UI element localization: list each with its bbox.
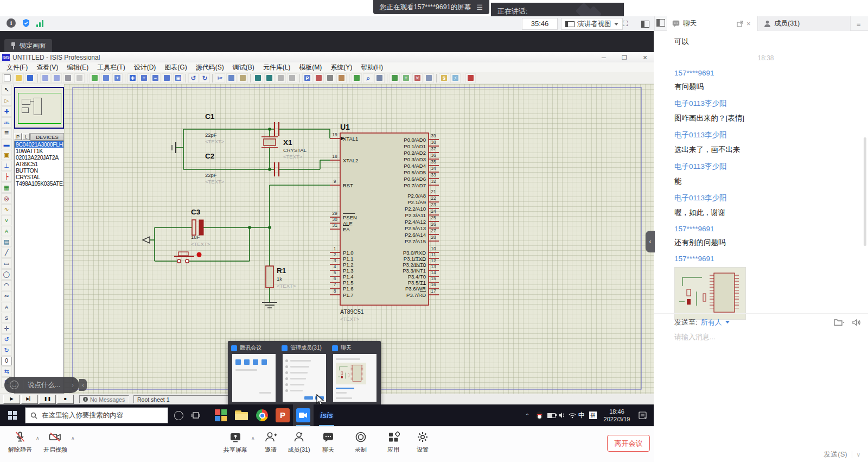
menu-item-8[interactable]: 元件库(L): [259, 62, 295, 72]
quick-chat-placeholder[interactable]: 说点什么...: [28, 381, 67, 390]
menu-item-9[interactable]: 模板(M): [295, 62, 326, 72]
current-probe-icon[interactable]: A: [1, 226, 12, 236]
chat-collapse-handle[interactable]: ‹: [646, 231, 655, 252]
mirror-h-icon[interactable]: ⇆: [1, 366, 12, 377]
send-to-selector[interactable]: 所有人: [701, 318, 722, 327]
pick-device-icon[interactable]: P: [302, 73, 312, 83]
taskbar-search-input[interactable]: 在这里输入你要搜索的内容: [25, 407, 168, 423]
pan-icon[interactable]: ✚: [127, 73, 138, 83]
view-mode-selector[interactable]: 演讲者视图: [561, 18, 623, 30]
2d-text-icon[interactable]: A: [1, 302, 12, 312]
block-delete-icon[interactable]: [287, 73, 297, 83]
cortana-icon[interactable]: [171, 404, 186, 426]
terminal-icon[interactable]: ⊥: [1, 161, 12, 171]
action-center-icon[interactable]: [636, 404, 649, 426]
2d-symbol-icon[interactable]: S: [1, 313, 12, 323]
emoji-icon[interactable]: ◡: [10, 381, 18, 389]
device-list-item[interactable]: BUTTON: [15, 167, 63, 174]
security-shield-icon[interactable]: [22, 18, 30, 30]
device-list-item[interactable]: T498A105K035ATE10K: [15, 180, 63, 187]
isis-minimize-button[interactable]: ─: [597, 54, 611, 61]
chat-message-list[interactable]: 可以18:38157****9691有问题吗电子0113李少阳图咋画出来的？[表…: [654, 31, 868, 327]
rotate-cw-icon[interactable]: ↻: [1, 345, 12, 356]
menu-item-3[interactable]: 工具栏(T): [93, 62, 129, 72]
redo-icon[interactable]: ↻: [200, 73, 210, 83]
remove-sheet-icon[interactable]: ✕: [412, 73, 423, 83]
view-menu-icon[interactable]: ☰: [476, 3, 483, 11]
send-options-chevron[interactable]: ∨: [857, 452, 860, 458]
cut-icon[interactable]: ✂: [215, 73, 225, 83]
electrical-check-icon[interactable]: ⚡: [450, 73, 461, 83]
netlist-to-ares-icon[interactable]: [465, 73, 476, 83]
meeting-control-开启视频[interactable]: 开启视频: [40, 430, 71, 454]
schematic-overview-minimap[interactable]: [14, 87, 64, 129]
isis-titlebar[interactable]: ISIS UNTITLED - ISIS Professional ─ ❐ ✕: [0, 52, 654, 63]
fullscreen-icon[interactable]: ⛶: [623, 21, 630, 27]
new-sheet-icon[interactable]: +: [401, 73, 411, 83]
menu-item-6[interactable]: 源代码(S): [192, 62, 228, 72]
file-attach-icon[interactable]: [834, 318, 845, 326]
pick-devices-button[interactable]: P: [14, 133, 22, 140]
close-tab-icon[interactable]: ×: [746, 20, 751, 28]
colored-tiles-app-icon[interactable]: [212, 404, 230, 426]
junction-dot-icon[interactable]: ✚: [1, 106, 12, 117]
open-file-icon[interactable]: [14, 73, 24, 83]
block-copy-icon[interactable]: [253, 73, 263, 83]
chat-image-thumbnail[interactable]: [674, 267, 746, 320]
selection-arrow-icon[interactable]: ↖: [1, 85, 12, 95]
tape-recorder-icon[interactable]: ◎: [1, 193, 12, 204]
send-button[interactable]: 发送(S): [824, 450, 847, 459]
quick-chat-bubble[interactable]: ◡ 说点什么... ›: [4, 377, 79, 393]
battery-icon[interactable]: [546, 404, 557, 426]
isis-taskbar-icon[interactable]: isis: [316, 404, 337, 426]
chat-scrollbar[interactable]: [864, 137, 866, 246]
print-icon[interactable]: [63, 73, 73, 83]
zoom-in-icon[interactable]: +: [139, 73, 149, 83]
chat-input[interactable]: 请输入消息...: [674, 332, 716, 342]
tab-members[interactable]: 成员(31): [758, 16, 851, 31]
text-script-icon[interactable]: ≣: [1, 128, 12, 138]
zoom-out-icon[interactable]: −: [150, 73, 161, 83]
design-explorer-icon[interactable]: [390, 73, 400, 83]
isis-close-button[interactable]: ✕: [638, 54, 652, 61]
wire-label-icon[interactable]: LBL: [1, 117, 12, 128]
make-device-icon[interactable]: [314, 73, 324, 83]
popout-icon[interactable]: [737, 21, 743, 27]
device-list-item[interactable]: 9C04021A3000FLHF3: [15, 141, 63, 148]
meeting-control-共享屏幕[interactable]: 共享屏幕: [220, 430, 251, 454]
paste-icon[interactable]: [238, 73, 248, 83]
menu-item-5[interactable]: 图表(G): [160, 62, 191, 72]
export-section-icon[interactable]: [52, 73, 62, 83]
2d-arc-icon[interactable]: ◠: [1, 280, 12, 290]
task-view-icon[interactable]: [189, 404, 203, 426]
search-tag-icon[interactable]: ⌕: [363, 73, 373, 83]
tray-expand-icon[interactable]: ⌃: [522, 404, 533, 426]
panel-toggle-icon[interactable]: [656, 19, 665, 27]
menu-item-2[interactable]: 编辑(E): [62, 62, 93, 72]
window-preview-2[interactable]: 聊天: [332, 343, 379, 403]
virtual-instrument-icon[interactable]: ▤: [1, 237, 12, 247]
graph-icon[interactable]: ▦: [1, 182, 12, 193]
generator-icon[interactable]: ∿: [1, 204, 12, 214]
menu-item-11[interactable]: 帮助(H): [356, 62, 387, 72]
menu-item-4[interactable]: 设计(D): [130, 62, 161, 72]
zoom-all-icon[interactable]: [162, 73, 172, 83]
pause-button[interactable]: ❚❚: [39, 395, 56, 404]
step-button[interactable]: ▶▏: [21, 395, 38, 404]
tencent-meeting-icon[interactable]: [293, 404, 314, 426]
volume-icon[interactable]: [557, 404, 567, 426]
device-pin-icon[interactable]: ┝: [1, 172, 12, 182]
2d-circle-icon[interactable]: ◯: [1, 269, 12, 280]
network-signal-icon[interactable]: [36, 18, 44, 27]
file-explorer-icon[interactable]: [232, 404, 251, 426]
menu-item-10[interactable]: 系统(Y): [326, 62, 356, 72]
sound-icon[interactable]: [852, 319, 860, 326]
meeting-control-邀请[interactable]: 邀请: [255, 430, 286, 454]
mark-area-icon[interactable]: [74, 73, 85, 83]
menu-item-1[interactable]: 查看(V): [32, 62, 62, 72]
input-language-indicator[interactable]: 中: [576, 404, 587, 426]
panel-menu-icon[interactable]: ≡: [857, 20, 861, 28]
device-list-item[interactable]: 10WATT1K: [15, 148, 63, 154]
2d-line-icon[interactable]: ╱: [1, 248, 12, 258]
powerpoint-icon[interactable]: P: [273, 404, 292, 426]
